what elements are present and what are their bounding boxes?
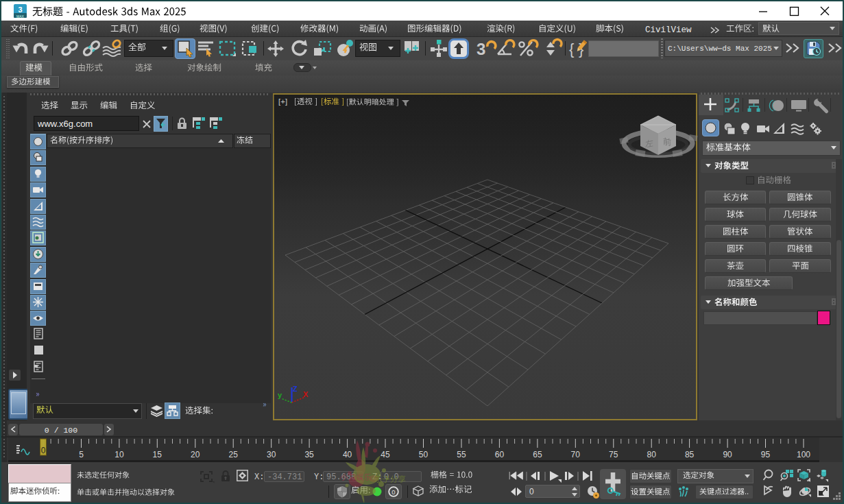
svg-text:85: 85 (685, 450, 695, 459)
svg-text:Z: Z (293, 385, 298, 393)
svg-text:15: 15 (153, 450, 162, 459)
svg-text:35: 35 (304, 450, 314, 459)
svg-text:95: 95 (761, 450, 771, 459)
svg-text:3: 3 (18, 5, 22, 14)
svg-text:55: 55 (457, 450, 466, 459)
svg-text:100: 100 (797, 450, 810, 459)
svg-text:MAX: MAX (16, 14, 25, 19)
svg-text:65: 65 (533, 450, 542, 459)
svg-text:20: 20 (191, 450, 200, 459)
svg-text:50: 50 (419, 450, 429, 459)
svg-text:10: 10 (114, 450, 124, 459)
svg-text:75: 75 (609, 450, 618, 459)
svg-text:70: 70 (571, 450, 581, 459)
svg-text:{: { (569, 40, 574, 58)
svg-text:y: y (278, 391, 282, 399)
svg-text:0: 0 (41, 446, 46, 455)
svg-text:5: 5 (79, 450, 84, 459)
svg-text:90: 90 (723, 450, 732, 459)
svg-text:3: 3 (477, 40, 485, 58)
svg-text:80: 80 (647, 450, 657, 459)
svg-text:25: 25 (229, 450, 239, 459)
svg-text:30: 30 (267, 450, 276, 459)
svg-text:X: X (303, 390, 309, 398)
svg-text:60: 60 (495, 450, 505, 459)
